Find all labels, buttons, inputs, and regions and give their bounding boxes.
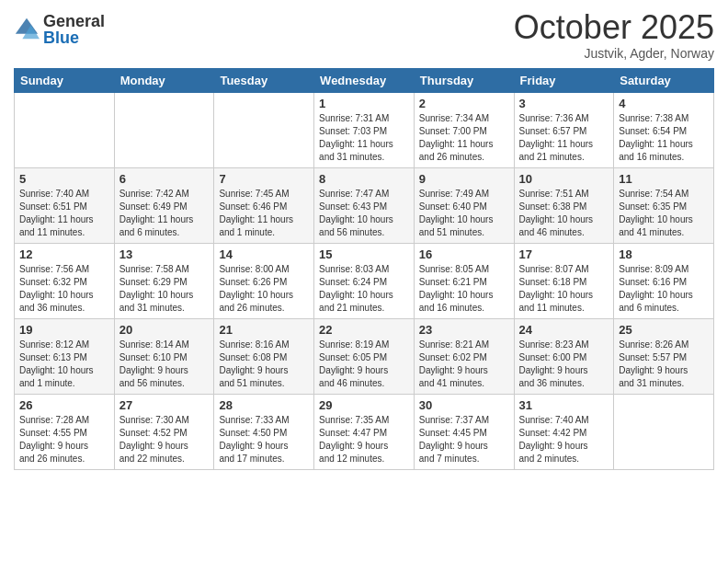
calendar-cell: 3Sunrise: 7:36 AM Sunset: 6:57 PM Daylig…	[514, 92, 614, 167]
day-info: Sunrise: 7:33 AM Sunset: 4:50 PM Dayligh…	[219, 414, 309, 465]
day-info: Sunrise: 7:38 AM Sunset: 6:54 PM Dayligh…	[619, 112, 709, 164]
calendar-week-row: 26Sunrise: 7:28 AM Sunset: 4:55 PM Dayli…	[15, 394, 714, 469]
day-number: 1	[319, 97, 409, 110]
calendar-cell: 12Sunrise: 7:56 AM Sunset: 6:32 PM Dayli…	[15, 243, 115, 318]
day-number: 10	[519, 172, 609, 186]
day-number: 12	[19, 247, 109, 261]
calendar-cell: 25Sunrise: 8:26 AM Sunset: 5:57 PM Dayli…	[614, 318, 714, 394]
day-number: 22	[319, 323, 409, 337]
day-number: 8	[319, 172, 409, 186]
calendar-cell: 20Sunrise: 8:14 AM Sunset: 6:10 PM Dayli…	[114, 318, 214, 394]
calendar-cell	[614, 394, 714, 469]
calendar-week-row: 5Sunrise: 7:40 AM Sunset: 6:51 PM Daylig…	[15, 167, 714, 243]
day-info: Sunrise: 7:45 AM Sunset: 6:46 PM Dayligh…	[219, 188, 309, 239]
logo-text: General Blue	[43, 13, 105, 46]
calendar-cell: 26Sunrise: 7:28 AM Sunset: 4:55 PM Dayli…	[15, 394, 115, 469]
day-info: Sunrise: 7:30 AM Sunset: 4:52 PM Dayligh…	[119, 414, 210, 465]
calendar-cell: 21Sunrise: 8:16 AM Sunset: 6:08 PM Dayli…	[214, 318, 314, 394]
calendar-cell: 9Sunrise: 7:49 AM Sunset: 6:40 PM Daylig…	[414, 167, 514, 243]
day-info: Sunrise: 8:09 AM Sunset: 6:16 PM Dayligh…	[619, 263, 709, 315]
day-info: Sunrise: 8:05 AM Sunset: 6:21 PM Dayligh…	[419, 263, 509, 315]
day-number: 2	[419, 97, 509, 110]
day-info: Sunrise: 7:40 AM Sunset: 6:51 PM Dayligh…	[19, 188, 109, 239]
day-number: 26	[19, 398, 109, 412]
day-number: 6	[119, 172, 210, 186]
day-number: 23	[419, 323, 509, 337]
month-title: October 2025	[514, 9, 714, 46]
day-info: Sunrise: 7:51 AM Sunset: 6:38 PM Dayligh…	[519, 188, 609, 239]
day-info: Sunrise: 7:35 AM Sunset: 4:47 PM Dayligh…	[319, 414, 409, 465]
calendar-cell: 29Sunrise: 7:35 AM Sunset: 4:47 PM Dayli…	[314, 394, 415, 469]
day-number: 5	[19, 172, 109, 186]
calendar-cell: 14Sunrise: 8:00 AM Sunset: 6:26 PM Dayli…	[214, 243, 314, 318]
day-number: 20	[119, 323, 210, 337]
day-info: Sunrise: 7:37 AM Sunset: 4:45 PM Dayligh…	[419, 414, 509, 465]
calendar-cell	[114, 92, 214, 167]
calendar-cell: 4Sunrise: 7:38 AM Sunset: 6:54 PM Daylig…	[614, 92, 714, 167]
logo: General Blue	[14, 13, 105, 46]
calendar-cell	[15, 92, 115, 167]
day-number: 18	[619, 247, 709, 261]
day-info: Sunrise: 7:31 AM Sunset: 7:03 PM Dayligh…	[319, 112, 409, 164]
day-number: 7	[219, 172, 309, 186]
day-info: Sunrise: 7:47 AM Sunset: 6:43 PM Dayligh…	[319, 188, 409, 239]
day-number: 14	[219, 247, 309, 261]
logo-icon	[14, 17, 40, 42]
calendar-week-row: 12Sunrise: 7:56 AM Sunset: 6:32 PM Dayli…	[15, 243, 714, 318]
calendar-cell: 19Sunrise: 8:12 AM Sunset: 6:13 PM Dayli…	[15, 318, 115, 394]
day-number: 4	[619, 97, 709, 110]
day-number: 3	[519, 97, 609, 110]
day-info: Sunrise: 7:40 AM Sunset: 4:42 PM Dayligh…	[519, 414, 609, 465]
day-number: 9	[419, 172, 509, 186]
day-number: 29	[319, 398, 409, 412]
day-number: 11	[619, 172, 709, 186]
calendar-day-header: Sunday	[15, 68, 115, 92]
calendar-cell: 11Sunrise: 7:54 AM Sunset: 6:35 PM Dayli…	[614, 167, 714, 243]
day-info: Sunrise: 8:21 AM Sunset: 6:02 PM Dayligh…	[419, 339, 509, 390]
calendar-cell: 1Sunrise: 7:31 AM Sunset: 7:03 PM Daylig…	[314, 92, 415, 167]
day-info: Sunrise: 8:07 AM Sunset: 6:18 PM Dayligh…	[519, 263, 609, 315]
day-info: Sunrise: 7:54 AM Sunset: 6:35 PM Dayligh…	[619, 188, 709, 239]
location: Justvik, Agder, Norway	[514, 46, 714, 61]
day-number: 30	[419, 398, 509, 412]
logo-blue-text: Blue	[43, 29, 105, 46]
calendar-day-header: Friday	[514, 68, 614, 92]
day-info: Sunrise: 8:16 AM Sunset: 6:08 PM Dayligh…	[219, 339, 309, 390]
day-number: 25	[619, 323, 709, 337]
day-number: 31	[519, 398, 609, 412]
title-block: October 2025 Justvik, Agder, Norway	[514, 9, 714, 61]
calendar-cell: 18Sunrise: 8:09 AM Sunset: 6:16 PM Dayli…	[614, 243, 714, 318]
day-info: Sunrise: 7:42 AM Sunset: 6:49 PM Dayligh…	[119, 188, 210, 239]
day-info: Sunrise: 8:12 AM Sunset: 6:13 PM Dayligh…	[19, 339, 109, 390]
day-info: Sunrise: 8:03 AM Sunset: 6:24 PM Dayligh…	[319, 263, 409, 315]
day-info: Sunrise: 7:36 AM Sunset: 6:57 PM Dayligh…	[519, 112, 609, 164]
page: General Blue October 2025 Justvik, Agder…	[0, 0, 728, 484]
day-info: Sunrise: 8:14 AM Sunset: 6:10 PM Dayligh…	[119, 339, 210, 390]
calendar-day-header: Wednesday	[314, 68, 415, 92]
day-number: 15	[319, 247, 409, 261]
day-info: Sunrise: 8:23 AM Sunset: 6:00 PM Dayligh…	[519, 339, 609, 390]
day-number: 13	[119, 247, 210, 261]
header: General Blue October 2025 Justvik, Agder…	[14, 9, 714, 61]
calendar-cell: 2Sunrise: 7:34 AM Sunset: 7:00 PM Daylig…	[414, 92, 514, 167]
day-number: 19	[19, 323, 109, 337]
day-number: 27	[119, 398, 210, 412]
day-info: Sunrise: 7:56 AM Sunset: 6:32 PM Dayligh…	[19, 263, 109, 315]
calendar-week-row: 19Sunrise: 8:12 AM Sunset: 6:13 PM Dayli…	[15, 318, 714, 394]
day-info: Sunrise: 7:49 AM Sunset: 6:40 PM Dayligh…	[419, 188, 509, 239]
day-number: 17	[519, 247, 609, 261]
calendar-cell: 17Sunrise: 8:07 AM Sunset: 6:18 PM Dayli…	[514, 243, 614, 318]
calendar-cell: 30Sunrise: 7:37 AM Sunset: 4:45 PM Dayli…	[414, 394, 514, 469]
day-number: 16	[419, 247, 509, 261]
calendar-cell: 27Sunrise: 7:30 AM Sunset: 4:52 PM Dayli…	[114, 394, 214, 469]
calendar-day-header: Tuesday	[214, 68, 314, 92]
day-number: 24	[519, 323, 609, 337]
calendar-cell: 7Sunrise: 7:45 AM Sunset: 6:46 PM Daylig…	[214, 167, 314, 243]
day-info: Sunrise: 8:19 AM Sunset: 6:05 PM Dayligh…	[319, 339, 409, 390]
calendar: SundayMondayTuesdayWednesdayThursdayFrid…	[14, 68, 714, 470]
calendar-cell: 16Sunrise: 8:05 AM Sunset: 6:21 PM Dayli…	[414, 243, 514, 318]
calendar-cell: 22Sunrise: 8:19 AM Sunset: 6:05 PM Dayli…	[314, 318, 415, 394]
calendar-cell: 5Sunrise: 7:40 AM Sunset: 6:51 PM Daylig…	[15, 167, 115, 243]
calendar-cell: 10Sunrise: 7:51 AM Sunset: 6:38 PM Dayli…	[514, 167, 614, 243]
calendar-cell: 13Sunrise: 7:58 AM Sunset: 6:29 PM Dayli…	[114, 243, 214, 318]
